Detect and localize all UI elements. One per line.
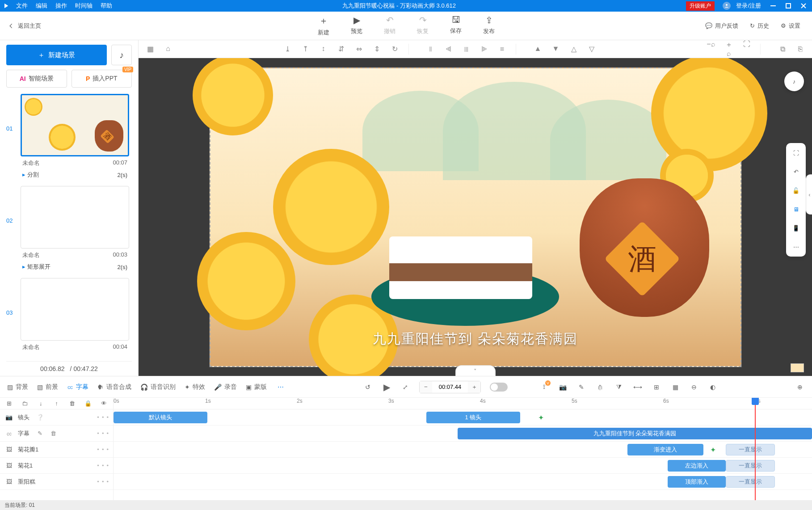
align-v-center-icon[interactable]: ↕ [319,45,328,53]
camera-icon[interactable]: 📷 [558,384,568,391]
align-bottom-icon[interactable]: ⤓ [283,45,292,53]
filter-icon[interactable]: ⧩ [614,383,624,391]
insert-ppt-button[interactable]: P插入PPTVIP [72,70,132,88]
lock-track-icon[interactable]: 🔒 [83,400,93,407]
add-track-icon[interactable]: ⊞ [4,400,14,407]
timeline-tracks[interactable]: 0s 1s 2s 3s 4s 5s 6s 7s 默认镜头 1 镜头 ✦ 九九重阳… [114,398,812,500]
tab-asr[interactable]: 🎧语音识别 [140,383,176,391]
clip-fx-enter[interactable]: 左边渐入 [668,460,726,472]
play-icon[interactable]: ▸ [22,171,25,178]
fit-icon[interactable]: ⛶ [742,40,751,58]
help-q-icon[interactable]: ❔ [37,414,44,421]
window-maximize[interactable] [782,0,795,12]
toolbar-preview[interactable]: ▶预览 [351,15,362,37]
zoom-out-tl-icon[interactable]: ⊖ [689,384,699,391]
visibility-icon[interactable]: 👁 [99,400,109,407]
forward-icon[interactable]: △ [569,45,578,53]
keyframe-icon[interactable]: ⟟V [539,383,549,391]
dist-v-icon[interactable]: ≡ [498,45,507,53]
dist-h-icon[interactable]: ⫴ [426,45,435,53]
add-keyframe-icon[interactable]: ✦ [538,413,544,422]
tab-subtitle[interactable]: ㏄字幕 [67,383,88,391]
back-home-button[interactable]: 返回主页 [0,22,107,30]
menu-action[interactable]: 操作 [55,2,67,10]
align-right-icon[interactable]: ⫸ [480,45,489,53]
grid-icon[interactable]: ▦ [670,384,680,391]
align-center-icon[interactable]: ⫼ [462,45,471,53]
playhead[interactable] [755,398,756,500]
scene-thumbnail[interactable] [21,278,129,341]
window-close[interactable] [797,0,810,12]
more-icon[interactable]: ⋯ [791,241,801,252]
trim-icon[interactable]: ⟷ [633,384,643,391]
move-down-icon[interactable]: ↓ [36,400,46,407]
window-minimize[interactable] [766,0,780,12]
time-plus[interactable]: ＋ [468,381,480,393]
backward-icon[interactable]: ▽ [587,45,596,53]
scene-item[interactable]: 03 未命名00:04 [6,278,129,353]
track-row-layer[interactable]: 渐变进入 ✦ 一直显示 [114,442,812,458]
play-icon[interactable]: ▸ [22,263,25,270]
clip-subtitle[interactable]: 九九重阳佳节到 朵朵菊花香满园 [458,428,812,439]
toolbar-save[interactable]: 🖫保存 [450,15,462,37]
add-box-icon[interactable]: ⊞ [652,384,661,391]
toolbar-redo[interactable]: ↷恢复 [417,15,429,37]
toolbar-new[interactable]: ＋新建 [318,15,329,37]
flip-h-icon[interactable]: ⇔ [355,45,364,53]
add-plus-right-icon[interactable]: ⊕ [795,384,805,391]
lock-open-icon[interactable]: 🔓 [791,185,801,196]
copy-icon[interactable]: ⧉ [778,45,787,53]
time-input[interactable] [432,381,468,393]
desktop-icon[interactable]: 🖥 [791,204,801,215]
avatar-icon[interactable] [723,2,731,10]
bring-front-icon[interactable]: ▲ [534,45,543,53]
align-top-icon[interactable]: ⤒ [301,45,310,53]
undo-small-icon[interactable]: ↶ [791,166,801,177]
tab-fx[interactable]: ✦特效 [185,383,205,391]
move-up-icon[interactable]: ↑ [52,400,61,407]
new-scene-button[interactable]: ＋新建场景 [6,45,107,65]
edit-small-icon[interactable]: ✎ [38,430,42,437]
add-folder-icon[interactable]: 🗀 [20,400,29,407]
more-round-icon[interactable]: ⋯ [276,384,286,391]
stage-canvas[interactable]: 📷 1 酒 九九重阳佳节到 朵朵菊花香满园 [210,67,741,367]
stage-music-button[interactable]: ♪ [784,72,804,91]
rewind-icon[interactable]: ↺ [363,384,373,391]
timecode-stepper[interactable]: − ＋ [419,381,481,393]
rotate-icon[interactable]: ↻ [391,45,400,53]
menu-edit[interactable]: 编辑 [36,2,47,10]
tab-background[interactable]: ▨背景 [7,383,28,391]
time-minus[interactable]: − [420,381,432,393]
feedback-button[interactable]: 💬用户反馈 [705,22,738,30]
clip-fx-enter[interactable]: 渐变进入 [627,444,703,455]
time-ruler[interactable]: 0s 1s 2s 3s 4s 5s 6s 7s [114,398,812,409]
zoom-in-icon[interactable]: ＋⌕ [724,40,733,58]
tab-mask[interactable]: ▣蒙版 [246,383,267,391]
snap-toggle[interactable] [490,383,508,392]
track-row-layer[interactable]: 顶部渐入 一直显示 [114,474,812,490]
edit-icon[interactable]: ✎ [576,384,586,391]
scene-thumbnail[interactable] [21,94,129,156]
send-back-icon[interactable]: ▼ [551,45,560,53]
clip-camera-1[interactable]: 1 镜头 [426,412,520,423]
add-keyframe-icon[interactable]: ✦ [710,446,716,454]
scene-item[interactable]: 01 未命名00:07 ▸ 分割2(s) [6,94,129,183]
paste-icon[interactable]: ⎘ [796,45,805,53]
history-button[interactable]: ↻历史 [750,22,769,30]
align-left-icon[interactable]: ⫷ [444,45,453,53]
zoom-out-icon[interactable]: −⌕ [707,40,715,58]
menu-help[interactable]: 帮助 [101,2,112,10]
track-head-layer[interactable]: 🖼 菊花瓣1 ••• [0,442,113,458]
help-icon[interactable]: ◐ [708,384,718,391]
clip-fx-stay[interactable]: 一直显示 [726,476,775,488]
minimap-thumb[interactable] [791,363,804,372]
toolbar-undo[interactable]: ↶撤销 [384,15,395,37]
menu-timeline[interactable]: 时间轴 [75,2,93,10]
merge-icon[interactable]: ⫛ [595,384,605,391]
flip-v-icon[interactable]: ⇕ [373,45,382,53]
home-icon[interactable]: ⌂ [164,45,172,53]
track-head-subtitle[interactable]: ㏄ 字幕 ✎ 🗑 ••• [0,426,113,442]
smart-scene-button[interactable]: AI智能场景 [6,70,67,88]
clip-fx-stay[interactable]: 一直显示 [726,444,775,455]
delete-track-icon[interactable]: 🗑 [67,400,77,407]
